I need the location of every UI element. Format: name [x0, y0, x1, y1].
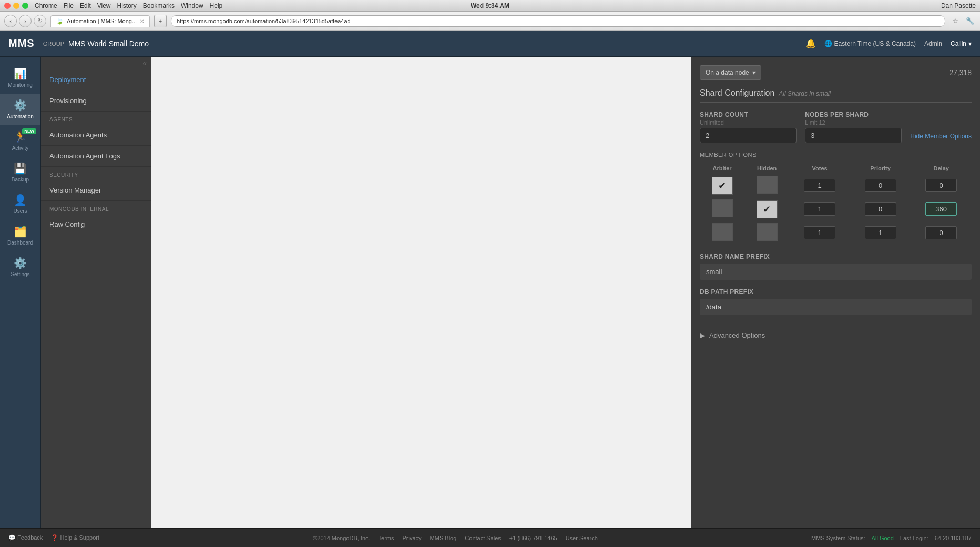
feedback-label: Feedback — [17, 534, 43, 541]
delay-input-3[interactable] — [925, 226, 957, 239]
automation-label: Automation — [7, 114, 34, 120]
address-bar[interactable]: https://mms.mongodb.com/automation/53a83… — [171, 15, 945, 27]
member-3-votes[interactable] — [789, 221, 850, 245]
priority-input-3[interactable] — [865, 226, 896, 239]
mac-menu-window[interactable]: Window — [181, 2, 203, 9]
priority-input-1[interactable] — [865, 179, 896, 192]
app-logo: MMS — [8, 37, 35, 49]
mac-menu-view[interactable]: View — [97, 2, 111, 9]
help-support-label: Help & Support — [60, 534, 99, 541]
group-label: GROUP — [43, 40, 64, 47]
arbiter-checkbox-3[interactable] — [712, 223, 733, 241]
browser-tab[interactable]: 🍃 Automation | MMS: Mong... ✕ — [50, 15, 150, 27]
member-1-hidden[interactable] — [744, 174, 789, 197]
member-row-1: ✔ — [700, 174, 972, 197]
dashboard-icon: 🗂️ — [14, 225, 27, 238]
delay-input-2[interactable] — [925, 202, 957, 216]
mac-menu-history[interactable]: History — [117, 2, 137, 9]
arbiter-checkbox-1[interactable]: ✔ — [712, 177, 733, 195]
reload-button[interactable]: ↻ — [34, 15, 46, 27]
shard-count-label: Shard Count — [700, 111, 797, 118]
mac-menu-help[interactable]: Help — [210, 2, 223, 9]
group-name: MMS World Small Demo — [68, 39, 149, 48]
contact-sales-link[interactable]: Contact Sales — [465, 535, 501, 541]
votes-input-1[interactable] — [804, 179, 835, 192]
sub-nav-automation-agents[interactable]: Automation Agents — [41, 125, 151, 146]
member-3-arbiter[interactable] — [700, 221, 744, 245]
browser-tab-title: Automation | MMS: Mong... — [67, 18, 137, 24]
hidden-checkbox-2[interactable]: ✔ — [757, 200, 778, 218]
sub-nav-deployment[interactable]: Deployment — [41, 69, 151, 90]
terms-link[interactable]: Terms — [379, 535, 394, 541]
browser-tab-close[interactable]: ✕ — [140, 18, 144, 24]
top-number: 27,318 — [949, 68, 972, 77]
sub-nav-raw-config[interactable]: Raw Config — [41, 214, 151, 235]
sidebar-item-monitoring[interactable]: 📊 Monitoring — [0, 62, 40, 94]
advanced-options-toggle[interactable]: ▶ Advanced Options — [700, 331, 972, 339]
user-dropdown[interactable]: Cailin ▾ — [951, 40, 972, 47]
votes-input-2[interactable] — [804, 202, 835, 216]
sidebar-item-users[interactable]: 👤 Users — [0, 188, 40, 220]
settings-icon: ⚙️ — [14, 257, 27, 269]
chevron-right-icon: ▶ — [700, 331, 705, 339]
footer-right: MMS System Status: All Good Last Login: … — [811, 535, 972, 541]
hidden-checkbox-3[interactable] — [757, 223, 778, 241]
feedback-link[interactable]: 💬 Feedback — [8, 534, 43, 541]
member-2-delay[interactable] — [911, 197, 972, 221]
member-row-2: ✔ — [700, 197, 972, 221]
fullscreen-window-btn[interactable] — [22, 3, 28, 9]
member-2-votes[interactable] — [789, 197, 850, 221]
member-2-priority[interactable] — [850, 197, 911, 221]
votes-input-3[interactable] — [804, 226, 835, 239]
extensions-button[interactable]: 🔧 — [964, 15, 976, 27]
collapse-button[interactable]: « — [41, 57, 151, 69]
mac-menu-bookmarks[interactable]: Bookmarks — [143, 2, 175, 9]
close-window-btn[interactable] — [4, 3, 11, 9]
mms-blog-link[interactable]: MMS Blog — [430, 535, 457, 541]
mac-time: Wed 9:34 AM — [328, 2, 652, 9]
help-support-link[interactable]: ❓ Help & Support — [51, 534, 99, 541]
notification-icon[interactable]: 🔔 — [805, 38, 816, 48]
shard-count-input[interactable] — [700, 128, 797, 143]
sidebar-item-settings[interactable]: ⚙️ Settings — [0, 251, 40, 283]
member-2-arbiter[interactable] — [700, 197, 744, 221]
globe-icon: 🌐 — [824, 40, 832, 47]
sidebar-item-automation[interactable]: ⚙️ Automation — [0, 94, 40, 125]
member-3-hidden[interactable] — [744, 221, 789, 245]
member-2-hidden[interactable]: ✔ — [744, 197, 789, 221]
member-3-priority[interactable] — [850, 221, 911, 245]
new-tab-button[interactable]: + — [154, 15, 167, 27]
automation-icon: ⚙️ — [14, 99, 27, 112]
dropdown-arrow-icon: ▾ — [752, 69, 756, 76]
member-1-priority[interactable] — [850, 174, 911, 197]
nodes-per-shard-input[interactable] — [805, 128, 902, 143]
mac-menu-edit[interactable]: Edit — [80, 2, 91, 9]
sub-nav-provisioning[interactable]: Provisioning — [41, 90, 151, 112]
bookmark-button[interactable]: ☆ — [950, 15, 961, 27]
icon-nav: 📊 Monitoring ⚙️ Automation 🏃 Activity NE… — [0, 57, 41, 528]
sub-nav-automation-agent-logs[interactable]: Automation Agent Logs — [41, 146, 151, 167]
sidebar-item-backup[interactable]: 💾 Backup — [0, 157, 40, 188]
hidden-checkbox-1[interactable] — [757, 176, 778, 194]
data-node-dropdown[interactable]: On a data node ▾ — [700, 65, 761, 80]
sub-nav-version-manager[interactable]: Version Manager — [41, 180, 151, 201]
admin-link[interactable]: Admin — [924, 40, 942, 47]
sidebar-item-dashboard[interactable]: 🗂️ Dashboard — [0, 220, 40, 251]
sidebar-item-activity[interactable]: 🏃 Activity NEW — [0, 125, 40, 157]
mac-menu-file[interactable]: File — [64, 2, 74, 9]
back-button[interactable]: ‹ — [4, 15, 17, 27]
window-controls[interactable] — [4, 3, 28, 9]
member-1-votes[interactable] — [789, 174, 850, 197]
minimize-window-btn[interactable] — [13, 3, 19, 9]
arbiter-checkbox-2[interactable] — [712, 199, 733, 217]
priority-input-2[interactable] — [865, 202, 896, 216]
delay-input-1[interactable] — [925, 179, 957, 192]
chevron-down-icon: ▾ — [968, 40, 972, 47]
member-3-delay[interactable] — [911, 221, 972, 245]
hide-member-options-link[interactable]: Hide Member Options — [910, 133, 972, 140]
member-1-delay[interactable] — [911, 174, 972, 197]
member-1-arbiter[interactable]: ✔ — [700, 174, 744, 197]
forward-button[interactable]: › — [19, 15, 32, 27]
user-search-link[interactable]: User Search — [566, 535, 598, 541]
privacy-link[interactable]: Privacy — [403, 535, 422, 541]
